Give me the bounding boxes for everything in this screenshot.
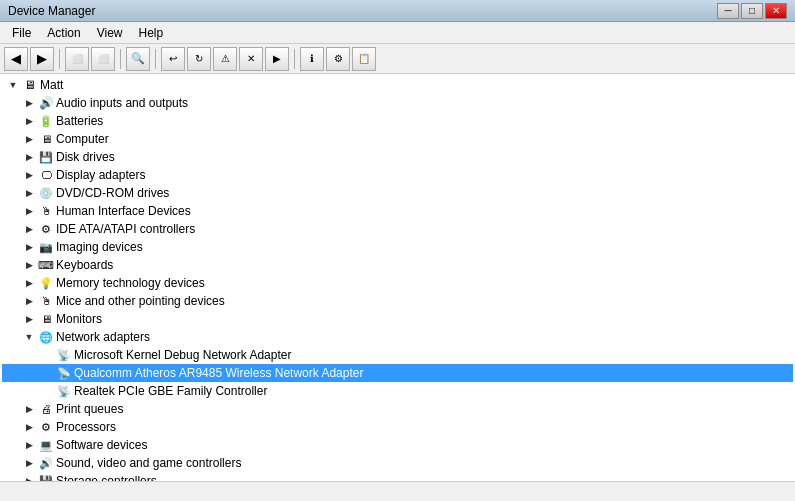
sound-label: Sound, video and game controllers	[56, 456, 241, 470]
toolbar-btn-11[interactable]: ℹ	[300, 47, 324, 71]
toolbar-btn-12[interactable]: ⚙	[326, 47, 350, 71]
root-icon: 🖥	[22, 77, 38, 93]
menu-bar: File Action View Help	[0, 22, 795, 44]
tree-item-diskdrives[interactable]: 💾 Disk drives	[2, 148, 793, 166]
network-label: Network adapters	[56, 330, 150, 344]
forward-button[interactable]: ▶	[30, 47, 54, 71]
netdev2-icon: 📡	[56, 365, 72, 381]
tree-item-ide[interactable]: ⚙ IDE ATA/ATAPI controllers	[2, 220, 793, 238]
imaging-expander[interactable]	[22, 240, 36, 254]
netdev3-icon: 📡	[56, 383, 72, 399]
tree-item-netdev1[interactable]: 📡 Microsoft Kernel Debug Network Adapter	[2, 346, 793, 364]
title-bar: Device Manager ─ □ ✕	[0, 0, 795, 22]
network-expander[interactable]	[22, 330, 36, 344]
storage-label: Storage controllers	[56, 474, 157, 481]
hid-expander[interactable]	[22, 204, 36, 218]
maximize-button[interactable]: □	[741, 3, 763, 19]
software-expander[interactable]	[22, 438, 36, 452]
processors-expander[interactable]	[22, 420, 36, 434]
ide-icon: ⚙	[38, 221, 54, 237]
keyboards-expander[interactable]	[22, 258, 36, 272]
print-expander[interactable]	[22, 402, 36, 416]
monitors-expander[interactable]	[22, 312, 36, 326]
tree-item-netdev2[interactable]: 📡 Qualcomm Atheros AR9485 Wireless Netwo…	[2, 364, 793, 382]
keyboards-icon: ⌨	[38, 257, 54, 273]
toolbar-sep-1	[59, 49, 60, 69]
toolbar-btn-10[interactable]: ▶	[265, 47, 289, 71]
menu-view[interactable]: View	[89, 24, 131, 42]
batteries-label: Batteries	[56, 114, 103, 128]
computer-label: Computer	[56, 132, 109, 146]
tree-item-processors[interactable]: ⚙ Processors	[2, 418, 793, 436]
status-bar	[0, 481, 795, 501]
menu-help[interactable]: Help	[131, 24, 172, 42]
toolbar-btn-4[interactable]: ⬜	[91, 47, 115, 71]
tree-item-audio[interactable]: 🔊 Audio inputs and outputs	[2, 94, 793, 112]
mice-label: Mice and other pointing devices	[56, 294, 225, 308]
toolbar-btn-5[interactable]: 🔍	[126, 47, 150, 71]
toolbar-sep-4	[294, 49, 295, 69]
tree-item-netdev3[interactable]: 📡 Realtek PCIe GBE Family Controller	[2, 382, 793, 400]
audio-expander[interactable]	[22, 96, 36, 110]
tree-root[interactable]: 🖥 Matt	[2, 76, 793, 94]
tree-item-sound[interactable]: 🔊 Sound, video and game controllers	[2, 454, 793, 472]
tree-item-dvd[interactable]: 💿 DVD/CD-ROM drives	[2, 184, 793, 202]
netdev2-label: Qualcomm Atheros AR9485 Wireless Network…	[74, 366, 363, 380]
toolbar-btn-8[interactable]: ⚠	[213, 47, 237, 71]
tree-item-imaging[interactable]: 📷 Imaging devices	[2, 238, 793, 256]
monitors-label: Monitors	[56, 312, 102, 326]
network-icon: 🌐	[38, 329, 54, 345]
toolbar-sep-3	[155, 49, 156, 69]
tree-item-storage[interactable]: 💾 Storage controllers	[2, 472, 793, 481]
toolbar-btn-3[interactable]: ⬜	[65, 47, 89, 71]
sound-expander[interactable]	[22, 456, 36, 470]
print-label: Print queues	[56, 402, 123, 416]
tree-item-batteries[interactable]: 🔋 Batteries	[2, 112, 793, 130]
displayadapters-expander[interactable]	[22, 168, 36, 182]
toolbar-btn-7[interactable]: ↻	[187, 47, 211, 71]
minimize-button[interactable]: ─	[717, 3, 739, 19]
menu-action[interactable]: Action	[39, 24, 88, 42]
storage-expander[interactable]	[22, 474, 36, 481]
sound-icon: 🔊	[38, 455, 54, 471]
close-button[interactable]: ✕	[765, 3, 787, 19]
dvd-icon: 💿	[38, 185, 54, 201]
software-label: Software devices	[56, 438, 147, 452]
toolbar-btn-6[interactable]: ↩	[161, 47, 185, 71]
tree-item-computer[interactable]: 🖥 Computer	[2, 130, 793, 148]
memory-icon: 💡	[38, 275, 54, 291]
hid-label: Human Interface Devices	[56, 204, 191, 218]
toolbar-btn-13[interactable]: 📋	[352, 47, 376, 71]
netdev1-label: Microsoft Kernel Debug Network Adapter	[74, 348, 291, 362]
dvd-expander[interactable]	[22, 186, 36, 200]
displayadapters-icon: 🖵	[38, 167, 54, 183]
netdev3-label: Realtek PCIe GBE Family Controller	[74, 384, 267, 398]
batteries-expander[interactable]	[22, 114, 36, 128]
ide-expander[interactable]	[22, 222, 36, 236]
tree-item-mice[interactable]: 🖱 Mice and other pointing devices	[2, 292, 793, 310]
diskdrives-label: Disk drives	[56, 150, 115, 164]
toolbar-btn-9[interactable]: ✕	[239, 47, 263, 71]
audio-icon: 🔊	[38, 95, 54, 111]
mice-expander[interactable]	[22, 294, 36, 308]
tree-item-monitors[interactable]: 🖥 Monitors	[2, 310, 793, 328]
tree-item-software[interactable]: 💻 Software devices	[2, 436, 793, 454]
root-expander[interactable]	[6, 78, 20, 92]
imaging-icon: 📷	[38, 239, 54, 255]
computer-expander[interactable]	[22, 132, 36, 146]
tree-view[interactable]: 🖥 Matt 🔊 Audio inputs and outputs 🔋 Batt…	[0, 74, 795, 481]
tree-item-displayadapters[interactable]: 🖵 Display adapters	[2, 166, 793, 184]
window-title: Device Manager	[8, 4, 95, 18]
tree-item-network[interactable]: 🌐 Network adapters	[2, 328, 793, 346]
tree-item-memory[interactable]: 💡 Memory technology devices	[2, 274, 793, 292]
memory-expander[interactable]	[22, 276, 36, 290]
back-button[interactable]: ◀	[4, 47, 28, 71]
diskdrives-expander[interactable]	[22, 150, 36, 164]
tree-item-hid[interactable]: 🖱 Human Interface Devices	[2, 202, 793, 220]
tree-item-print[interactable]: 🖨 Print queues	[2, 400, 793, 418]
toolbar-sep-2	[120, 49, 121, 69]
window-controls: ─ □ ✕	[717, 3, 787, 19]
tree-item-keyboards[interactable]: ⌨ Keyboards	[2, 256, 793, 274]
audio-label: Audio inputs and outputs	[56, 96, 188, 110]
menu-file[interactable]: File	[4, 24, 39, 42]
